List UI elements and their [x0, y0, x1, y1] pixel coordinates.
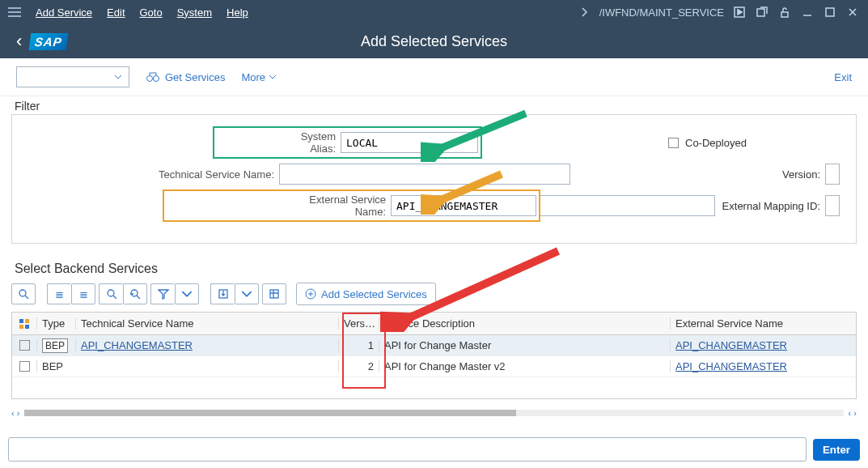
menu-edit[interactable]: Edit [107, 6, 125, 19]
sort-desc-icon[interactable]: ≣ [71, 283, 95, 304]
cell-external-service-name[interactable]: API_CHANGEMASTER [675, 339, 787, 351]
external-service-name-input[interactable] [391, 195, 536, 216]
close-icon[interactable] [845, 5, 860, 19]
svg-rect-10 [270, 290, 278, 298]
sort-asc-icon[interactable]: ≣ [47, 283, 71, 304]
command-bar: Enter [0, 432, 868, 468]
menubar: Add Service Edit Goto System Help /IWFND… [0, 0, 868, 24]
export-dropdown-icon[interactable] [235, 283, 259, 304]
backend-section-title: Select Backend Services [0, 258, 868, 278]
svg-rect-12 [19, 319, 23, 323]
hamburger-menu-icon[interactable] [8, 7, 21, 17]
back-button[interactable]: ‹ [16, 31, 22, 52]
sap-logo: SAP [29, 33, 69, 50]
technical-service-name-input[interactable] [279, 164, 570, 185]
menu-system[interactable]: System [177, 6, 212, 19]
command-input[interactable] [8, 437, 807, 462]
svg-point-7 [108, 290, 114, 296]
chevron-down-icon [269, 74, 277, 79]
find-icon[interactable] [99, 283, 123, 304]
chevron-right-icon [577, 5, 591, 19]
col-external-service-name[interactable]: External Service Name [670, 317, 856, 330]
table-row[interactable]: BEP 2 API for Change Master v2 API_CHANG… [12, 356, 856, 377]
backend-toolbar: ≣ ≣ Add Selected Services [0, 278, 868, 312]
filter-dropdown-icon[interactable] [175, 283, 199, 304]
svg-rect-13 [25, 319, 29, 323]
maximize-icon[interactable] [823, 5, 837, 19]
menu-goto[interactable]: Goto [140, 6, 163, 19]
external-service-name-label: External Service Name: [277, 194, 391, 218]
find-next-icon[interactable] [123, 283, 147, 304]
get-services-button[interactable]: Get Services [146, 71, 225, 83]
details-icon[interactable] [11, 283, 36, 304]
svg-point-6 [19, 290, 26, 296]
more-label: More [241, 71, 265, 83]
play-icon[interactable] [732, 5, 747, 19]
app-toolbar: Get Services More Exit [0, 58, 868, 96]
export-icon[interactable] [210, 283, 235, 304]
svg-point-4 [147, 76, 153, 82]
cell-description: API for Change Master [379, 339, 670, 351]
cell-technical-service-name[interactable]: API_CHANGEMASTER [81, 339, 193, 351]
cell-description: API for Change Master v2 [379, 360, 670, 372]
system-alias-input[interactable] [341, 132, 478, 153]
svg-point-8 [131, 290, 138, 296]
svg-rect-2 [781, 12, 788, 17]
version-label: Version: [782, 168, 820, 181]
enter-button[interactable]: Enter [813, 439, 860, 461]
svg-rect-1 [757, 9, 764, 16]
services-table: Type Technical Service Name Vers… Servic… [11, 312, 857, 399]
col-service-description[interactable]: Service Description [379, 317, 670, 330]
filter-icon[interactable] [150, 283, 175, 304]
get-services-label: Get Services [165, 71, 225, 83]
version-input[interactable] [825, 164, 840, 185]
more-button[interactable]: More [241, 71, 277, 83]
row-checkbox[interactable] [19, 361, 30, 372]
external-service-name-ext-input[interactable] [540, 195, 715, 216]
horizontal-scroll[interactable]: ‹ › ‹ › [0, 407, 868, 419]
add-selected-services-label: Add Selected Services [321, 288, 427, 300]
codeployed-label: Co-Deployed [685, 137, 747, 149]
table-header: Type Technical Service Name Vers… Servic… [12, 313, 856, 335]
external-service-name-highlight: External Service Name: [163, 189, 540, 222]
lock-open-icon[interactable] [777, 5, 792, 19]
new-window-icon[interactable] [755, 5, 769, 19]
layout-icon[interactable] [262, 283, 286, 304]
scroll-left-icon[interactable]: ‹ › [11, 408, 19, 418]
col-technical-service-name[interactable]: Technical Service Name [75, 317, 338, 330]
cell-type: BEP [42, 338, 68, 353]
menu-add-service[interactable]: Add Service [36, 6, 92, 19]
cell-external-service-name[interactable]: API_CHANGEMASTER [675, 360, 787, 372]
exit-button[interactable]: Exit [834, 71, 852, 83]
col-type[interactable]: Type [36, 317, 75, 330]
scroll-right-icon[interactable]: ‹ › [849, 408, 857, 418]
codeployed-checkbox[interactable] [668, 138, 679, 148]
add-selected-services-button[interactable]: Add Selected Services [296, 283, 436, 305]
svg-rect-3 [826, 8, 834, 16]
toolbar-dropdown[interactable] [16, 66, 129, 87]
filter-panel: System Alias: Co-Deployed Technical Serv… [11, 114, 857, 244]
cell-type: BEP [42, 360, 63, 372]
external-mapping-id-input[interactable] [825, 195, 840, 216]
binoculars-icon [146, 71, 160, 83]
external-mapping-id-label: External Mapping ID: [722, 200, 820, 212]
menu-help[interactable]: Help [227, 6, 248, 19]
svg-rect-15 [25, 325, 29, 329]
plus-circle-icon [305, 288, 316, 300]
row-checkbox[interactable] [19, 340, 30, 351]
title-bar: ‹ SAP Add Selected Services [0, 24, 868, 58]
filter-section-label: Filter [0, 96, 868, 114]
minimize-icon[interactable] [800, 5, 815, 19]
svg-point-5 [154, 76, 159, 82]
annotation-red-box [342, 313, 386, 389]
technical-service-name-label: Technical Service Name: [28, 168, 279, 181]
table-row[interactable]: BEP API_CHANGEMASTER 1 API for Change Ma… [12, 335, 856, 356]
svg-rect-14 [19, 325, 23, 329]
system-alias-label: System Alias: [277, 130, 341, 155]
page-title: Add Selected Services [361, 33, 507, 50]
transaction-code: /IWFND/MAINT_SERVICE [599, 6, 724, 19]
system-alias-highlight: System Alias: [213, 126, 482, 159]
select-all-icon[interactable] [19, 318, 30, 330]
